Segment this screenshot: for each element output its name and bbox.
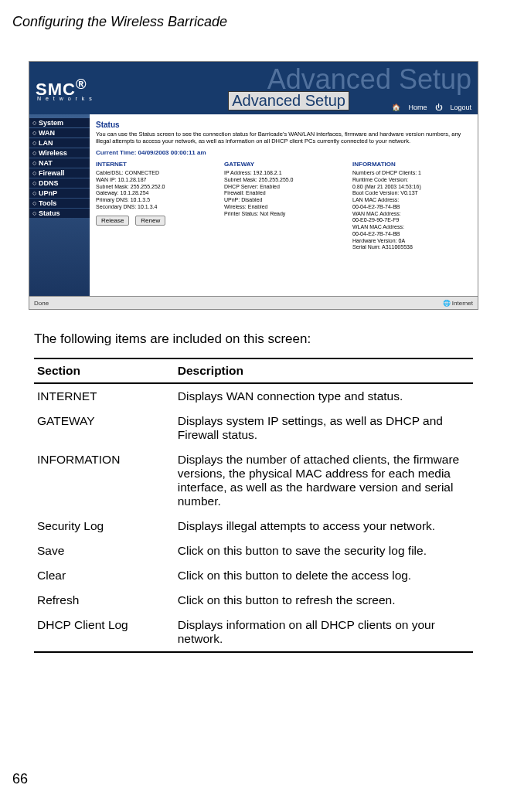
cell-description: Click on this button to save the securit… — [175, 539, 473, 563]
cell-section: DHCP Client Log — [34, 613, 175, 652]
table-row: Security LogDisplays illegal attempts to… — [34, 514, 473, 539]
status-line: Gateway: 10.1.28.254 — [96, 190, 215, 197]
sidebar-item-lan[interactable]: ○ LAN — [29, 138, 90, 148]
current-time: Current Time: 04/09/2003 00:00:11 am — [96, 149, 471, 156]
browser-status-bar: Done 🌐 Internet — [29, 296, 478, 309]
sidebar-item-firewall[interactable]: ○ Firewall — [29, 168, 90, 178]
brand-subtext: N e t w o r k s — [37, 96, 94, 101]
status-line: WAN MAC Address: — [352, 211, 471, 218]
status-line: Firewall: Enabled — [224, 190, 343, 197]
watermark-label: Advanced Setup — [228, 91, 349, 110]
status-line: Cable/DSL: CONNECTED — [96, 170, 215, 177]
th-description: Description — [175, 358, 473, 383]
panel-title: Status — [96, 121, 471, 129]
cell-description: Displays WAN connection type and status. — [175, 383, 473, 409]
status-line: Secondary DNS: 10.1.3.4 — [96, 204, 215, 211]
sidebar-item-tools[interactable]: ○ Tools — [29, 199, 90, 208]
status-line: 00-04-E2-7B-74-BB — [352, 204, 471, 211]
status-line: LAN MAC Address: — [352, 197, 471, 204]
status-line: DHCP Server: Enabled — [224, 184, 343, 191]
status-line: Primary DNS: 10.1.3.5 — [96, 197, 215, 204]
banner: SMC® N e t w o r k s Advanced Setup Adva… — [29, 62, 478, 114]
col-gateway-head: GATEWAY — [224, 161, 343, 168]
table-row: RefreshClick on this button to refresh t… — [34, 588, 473, 613]
top-nav: 🏠 Home ⏻ Logout — [386, 104, 471, 111]
cell-section: GATEWAY — [34, 409, 175, 447]
sidebar-item-system[interactable]: ○ System — [29, 118, 90, 127]
sidebar-item-wan[interactable]: ○ WAN — [29, 128, 90, 138]
status-done: Done — [34, 300, 49, 307]
status-line: 00-04-E2-7B-74-BB — [352, 231, 471, 238]
sidebar-item-status[interactable]: ○ Status — [29, 209, 90, 218]
table-row: GATEWAYDisplays system IP settings, as w… — [34, 409, 473, 447]
status-line: 0.80 (Mar 21 2003 14:53:16) — [352, 184, 471, 191]
status-line: Wireless: Enabled — [224, 204, 343, 211]
col-gateway: GATEWAY IP Address: 192.168.2.1Subnet Ma… — [224, 161, 343, 251]
cell-section: Security Log — [34, 514, 175, 539]
logout-icon[interactable]: ⏻ Logout — [435, 104, 471, 111]
cell-description: Displays illegal attempts to access your… — [175, 514, 473, 539]
col-information: INFORMATION Numbers of DHCP Clients: 1Ru… — [352, 161, 471, 251]
status-zone: 🌐 Internet — [443, 300, 473, 307]
status-line: Subnet Mask: 255.255.255.0 — [224, 177, 343, 184]
panel-description: You can use the Status screen to see the… — [96, 131, 471, 144]
cell-description: Displays the number of attached clients,… — [175, 447, 473, 514]
status-line: Boot Code Version: V0.13T — [352, 190, 471, 197]
cell-section: INFORMATION — [34, 447, 175, 514]
table-row: DHCP Client LogDisplays information on a… — [34, 613, 473, 652]
cell-section: Refresh — [34, 588, 175, 613]
sidebar-item-ddns[interactable]: ○ DDNS — [29, 178, 90, 188]
sidebar-item-wireless[interactable]: ○ Wireless — [29, 148, 90, 158]
cell-section: Clear — [34, 563, 175, 588]
sidebar-item-upnp[interactable]: ○ UPnP — [29, 189, 90, 198]
status-line: IP Address: 192.168.2.1 — [224, 170, 343, 177]
col-internet: INTERNET Cable/DSL: CONNECTEDWAN IP: 10.… — [96, 161, 215, 251]
table-row: ClearClick on this button to delete the … — [34, 563, 473, 588]
definitions-table: Section Description INTERNETDisplays WAN… — [34, 358, 473, 653]
status-line: WAN IP: 10.1.28.187 — [96, 177, 215, 184]
sidebar: ○ System○ WAN○ LAN○ Wireless○ NAT○ Firew… — [29, 114, 90, 297]
intro-paragraph: The following items are included on this… — [34, 331, 473, 347]
col-internet-head: INTERNET — [96, 161, 215, 168]
status-line: 00-E0-29-90-7E-F9 — [352, 217, 471, 224]
status-line: Runtime Code Version: — [352, 177, 471, 184]
cell-description: Displays information on all DHCP clients… — [175, 613, 473, 652]
cell-description: Displays system IP settings, as well as … — [175, 409, 473, 447]
home-icon[interactable]: 🏠 Home — [392, 104, 427, 111]
router-status-screenshot: SMC® N e t w o r k s Advanced Setup Adva… — [29, 61, 478, 310]
status-panel: Status You can use the Status screen to … — [90, 114, 478, 297]
status-line: UPnP: Disabled — [224, 197, 343, 204]
th-section: Section — [34, 358, 175, 383]
status-line: WLAN MAC Address: — [352, 224, 471, 231]
status-line: Hardware Version: 0A — [352, 238, 471, 245]
sidebar-item-nat[interactable]: ○ NAT — [29, 158, 90, 168]
page-number: 66 — [12, 771, 28, 787]
table-row: INFORMATIONDisplays the number of attach… — [34, 447, 473, 514]
table-row: SaveClick on this button to save the sec… — [34, 539, 473, 563]
status-line: Printer Status: Not Ready — [224, 211, 343, 218]
status-line: Subnet Mask: 255.255.252.0 — [96, 184, 215, 191]
page-header: Configuring the Wireless Barricade — [0, 0, 507, 30]
col-information-head: INFORMATION — [352, 161, 471, 168]
cell-section: Save — [34, 539, 175, 563]
cell-description: Click on this button to refresh the scre… — [175, 588, 473, 613]
status-line: Numbers of DHCP Clients: 1 — [352, 170, 471, 177]
table-row: INTERNETDisplays WAN connection type and… — [34, 383, 473, 409]
renew-button[interactable]: Renew — [135, 216, 165, 226]
status-line: Serial Num: A311065538 — [352, 244, 471, 251]
cell-section: INTERNET — [34, 383, 175, 409]
release-button[interactable]: Release — [96, 216, 129, 226]
cell-description: Click on this button to delete the acces… — [175, 563, 473, 588]
